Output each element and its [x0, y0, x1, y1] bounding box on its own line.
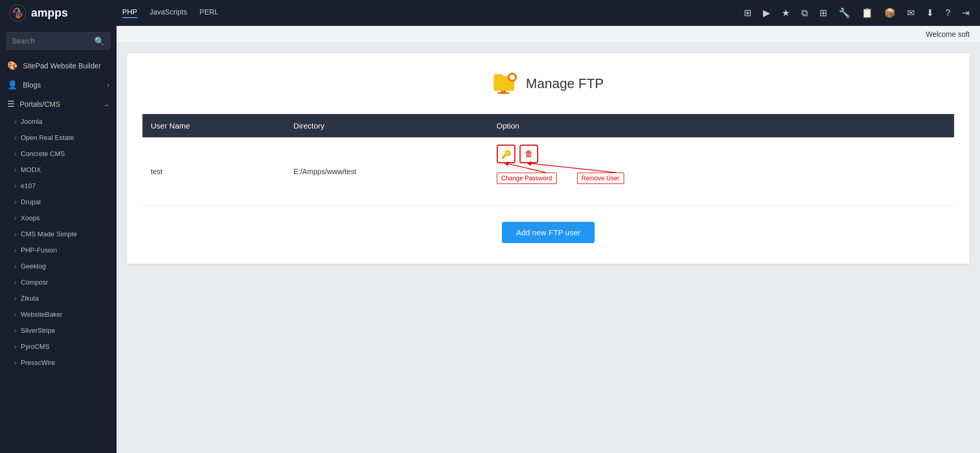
svg-point-3	[510, 75, 515, 80]
cell-option: 🔑 🗑	[488, 137, 954, 206]
sidebar-item-modx[interactable]: › MODX	[0, 162, 117, 178]
svg-rect-7	[515, 77, 517, 78]
sidebar-item-label: PresscWire	[21, 359, 55, 366]
chevron-right-icon: ›	[15, 327, 17, 334]
mail-icon[interactable]: ✉	[905, 5, 917, 21]
sidebar-item-label: Portals/CMS	[20, 100, 99, 108]
sidebar-item-concrete-cms[interactable]: › Concrete CMS	[0, 146, 117, 162]
document-icon[interactable]: 📋	[859, 5, 875, 21]
sidebar-item-silverstripe[interactable]: › SilverStripe	[0, 322, 117, 338]
cell-directory: E:/Ampps/www/test	[285, 137, 488, 206]
portals-icon: ☰	[7, 99, 15, 109]
search-input[interactable]	[7, 33, 89, 49]
option-buttons: 🔑 🗑	[497, 145, 662, 163]
sidebar-item-pyrocms[interactable]: › PyroCMS	[0, 338, 117, 355]
download-icon[interactable]: ⬇	[924, 5, 936, 21]
chevron-right-icon: ›	[15, 199, 17, 206]
search-bar: 🔍	[6, 32, 110, 50]
sidebar-item-drupal[interactable]: › Drupal	[0, 194, 117, 210]
sidebar-item-sitepad[interactable]: 🎨 SitePad Website Builder	[0, 56, 117, 75]
sidebar-item-e107[interactable]: › e107	[0, 178, 117, 194]
sidebar-item-portals[interactable]: ☰ Portals/CMS ⌄	[0, 94, 117, 114]
chevron-right-icon: ›	[15, 182, 17, 190]
nav-perl[interactable]: PERL	[199, 8, 219, 18]
blogs-icon: 👤	[7, 80, 18, 90]
search-icon[interactable]: 🔍	[89, 33, 110, 49]
sidebar-item-label: Joomla	[21, 118, 42, 125]
remove-user-label: Remove User	[577, 173, 624, 184]
col-username: User Name	[142, 114, 285, 137]
box-icon[interactable]: 📦	[882, 5, 898, 21]
sidebar-item-label: MODX	[21, 166, 41, 174]
chevron-right-icon: ›	[15, 118, 17, 125]
logout-icon[interactable]: ⇥	[960, 5, 972, 21]
welcome-bar: Welcome soft	[117, 26, 980, 43]
help-icon[interactable]: ?	[943, 6, 953, 21]
chevron-right-icon: ›	[107, 81, 109, 89]
page-title-area: Manage FTP	[142, 69, 954, 98]
svg-rect-9	[498, 92, 509, 94]
sidebar-item-cms-made-simple[interactable]: › CMS Made Simple	[0, 226, 117, 242]
top-navigation: ampps PHP JavaScripts PERL ⊞ ▶ ★ ⧉ ⊞ 🔧 📋…	[0, 0, 980, 26]
sidebar-item-composr[interactable]: › Composr	[0, 274, 117, 290]
sidebar-item-label: Open Real Estate	[21, 134, 74, 141]
table-header-row: User Name Directory Option	[142, 114, 954, 137]
nav-php[interactable]: PHP	[122, 8, 137, 18]
nav-icon-group: ⊞ ▶ ★ ⧉ ⊞ 🔧 📋 📦 ✉ ⬇ ? ⇥	[742, 5, 972, 21]
sidebar-item-label: SilverStripe	[21, 327, 55, 334]
sidebar-item-zikula[interactable]: › Zikula	[0, 290, 117, 306]
sitepad-icon: 🎨	[7, 61, 18, 70]
col-directory: Directory	[285, 114, 488, 137]
sidebar: 🔍 🎨 SitePad Website Builder 👤 Blogs › ☰ …	[0, 26, 117, 453]
chevron-right-icon: ›	[15, 311, 17, 318]
sidebar-item-label: Composr	[21, 278, 48, 286]
logo: ampps	[8, 4, 122, 22]
svg-rect-5	[512, 80, 513, 82]
play-icon[interactable]: ▶	[761, 5, 772, 21]
svg-line-11	[529, 163, 616, 173]
sidebar-item-label: SitePad Website Builder	[23, 62, 101, 70]
chevron-right-icon: ›	[15, 279, 17, 286]
sidebar-item-php-fusion[interactable]: › PHP-Fusion	[0, 242, 117, 258]
main-layout: 🔍 🎨 SitePad Website Builder 👤 Blogs › ☰ …	[0, 26, 980, 453]
ftp-table: User Name Directory Option test E:/Ampps…	[142, 114, 954, 206]
sidebar-item-label: Drupal	[21, 198, 40, 206]
sidebar-item-label: Xoops	[21, 214, 40, 222]
cell-username: test	[142, 137, 285, 206]
chevron-right-icon: ›	[15, 231, 17, 238]
sidebar-item-geeklog[interactable]: › Geeklog	[0, 258, 117, 274]
change-password-annotation: Change Password	[497, 174, 557, 182]
chevron-right-icon: ›	[15, 166, 17, 174]
nav-javascripts[interactable]: JavaScripts	[150, 8, 187, 18]
sidebar-item-label: Geeklog	[21, 262, 46, 270]
wordpress-icon[interactable]: ⊞	[742, 5, 754, 21]
wrench-icon[interactable]: 🔧	[837, 5, 852, 21]
copy-icon[interactable]: ⧉	[799, 6, 810, 21]
chevron-right-icon: ›	[15, 134, 17, 141]
change-password-button[interactable]: 🔑	[497, 145, 515, 163]
sidebar-item-open-real-estate[interactable]: › Open Real Estate	[0, 130, 117, 146]
sidebar-item-presscwire[interactable]: › PresscWire	[0, 355, 117, 371]
col-option: Option	[488, 114, 954, 137]
change-password-label: Change Password	[497, 173, 557, 184]
remove-user-button[interactable]: 🗑	[520, 145, 538, 163]
sidebar-item-label: PyroCMS	[21, 343, 50, 350]
sidebar-item-label: Concrete CMS	[21, 150, 65, 158]
content-area: Welcome soft	[117, 26, 980, 453]
welcome-text: Welcome soft	[926, 30, 970, 38]
sidebar-item-xoops[interactable]: › Xoops	[0, 210, 117, 226]
chevron-down-icon: ⌄	[104, 101, 109, 108]
sidebar-item-joomla[interactable]: › Joomla	[0, 114, 117, 130]
add-ftp-user-button[interactable]: Add new FTP user	[502, 222, 595, 243]
table-row: test E:/Ampps/www/test 🔑 🗑	[142, 137, 954, 206]
grid-icon[interactable]: ⊞	[817, 5, 829, 21]
content-panel: Manage FTP User Name Directory Option te…	[127, 53, 970, 264]
sidebar-item-label: Zikula	[21, 294, 39, 302]
app-name: ampps	[31, 6, 68, 20]
sidebar-item-blogs[interactable]: 👤 Blogs ›	[0, 75, 117, 94]
ftp-icon	[493, 69, 520, 98]
sidebar-item-websitebaker[interactable]: › WebsiteBaker	[0, 306, 117, 322]
star-icon[interactable]: ★	[780, 5, 792, 21]
chevron-right-icon: ›	[15, 359, 17, 366]
sidebar-item-label: PHP-Fusion	[21, 246, 57, 254]
